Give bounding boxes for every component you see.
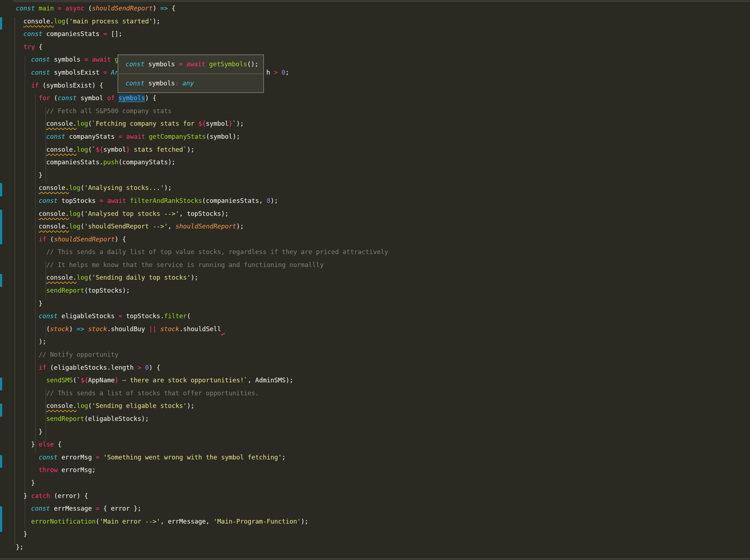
code-line-30[interactable]: sendSMS(`${AppName} – there are stock op… xyxy=(0,374,750,387)
symbol-definition-link[interactable]: symbols xyxy=(119,94,145,102)
code-line-22[interactable]: console.log('Sending daily top stocks'); xyxy=(0,271,750,284)
code-token: || xyxy=(149,325,156,333)
code-line-8[interactable]: for (const symbol of symbols) { xyxy=(0,92,750,105)
code-token: ( xyxy=(46,236,54,243)
code-line-33[interactable]: sendReport(eligableStocks); xyxy=(0,413,750,426)
code-token: .shouldSell xyxy=(179,325,221,333)
code-line-21[interactable]: // It helps me know that the service is … xyxy=(0,259,750,272)
code-line-15[interactable]: console.log('Analysing stocks...'); xyxy=(0,182,750,195)
code-token: = xyxy=(96,505,100,512)
code-line-17[interactable]: console.log('Analysed top stocks -->', t… xyxy=(0,208,750,221)
code-line-34[interactable]: } xyxy=(0,426,750,439)
code-token: ); xyxy=(187,402,194,409)
code-token xyxy=(16,261,46,268)
code-line-19[interactable]: if (shouldSendReport) { xyxy=(0,233,750,246)
code-line-10[interactable]: console.log(`Fetching company stats for … xyxy=(0,117,750,130)
code-token: 'Analysed top stocks -->' xyxy=(84,210,179,217)
code-token xyxy=(111,56,115,63)
code-token xyxy=(16,197,39,204)
code-token xyxy=(16,56,31,63)
code-token xyxy=(16,274,46,281)
code-line-27[interactable]: ); xyxy=(0,335,750,348)
code-line-7[interactable]: if (symbolsExist) { xyxy=(0,79,750,92)
code-line-28[interactable]: // Notify opportunity xyxy=(0,348,750,361)
code-token: ( xyxy=(187,312,191,320)
code-token: if xyxy=(39,236,46,243)
code-token: 'Analysing stocks...' xyxy=(84,184,164,191)
code-line-35[interactable]: } else { xyxy=(0,438,750,451)
code-line-14[interactable]: } xyxy=(0,169,750,182)
code-token xyxy=(16,351,39,358)
code-token: ( xyxy=(88,146,92,153)
code-token: = xyxy=(58,5,62,12)
code-token: // Notify opportunity xyxy=(39,351,118,358)
code-token: any xyxy=(179,80,194,87)
code-token: symbols xyxy=(50,56,84,63)
code-line-3[interactable]: const companiesStats = []; xyxy=(0,28,750,41)
code-line-6[interactable]: const symbolsExist = Arh > 0; xyxy=(0,66,750,79)
code-token: (symbolsExist) { xyxy=(39,82,103,89)
code-editor[interactable]: const main = async (shouldSendReport) =>… xyxy=(0,0,750,560)
code-token: for xyxy=(39,94,50,102)
code-line-32[interactable]: console.log('Sending eligable stocks'); xyxy=(0,400,750,413)
code-token: const xyxy=(39,312,58,320)
code-token: // Fetch all S&P500 company stats xyxy=(46,107,172,115)
code-token: ${ xyxy=(96,146,103,153)
code-token: shouldSendReport xyxy=(92,5,153,12)
code-token: > xyxy=(274,69,278,76)
code-token: ( xyxy=(50,94,58,102)
code-token xyxy=(16,82,31,89)
code-token: symbols xyxy=(145,61,179,68)
code-token: ( xyxy=(88,120,92,127)
code-line-26[interactable]: (stock) => stock.shouldBuy || stock.shou… xyxy=(0,323,750,336)
code-line-12[interactable]: console.log(`${symbol} stats fetched`); xyxy=(0,143,750,156)
code-token: stats fetched` xyxy=(130,146,187,153)
code-line-24[interactable]: } xyxy=(0,297,750,310)
code-line-16[interactable]: const topStocks = await filterAndRankSto… xyxy=(0,195,750,208)
code-line-38[interactable]: } xyxy=(0,477,750,490)
code-line-29[interactable]: if (eligableStocks.length > 0) { xyxy=(0,361,750,374)
code-token xyxy=(107,69,111,76)
code-token: } xyxy=(229,120,233,127)
code-token: try xyxy=(23,43,35,50)
code-line-42[interactable]: } xyxy=(0,528,750,541)
code-line-23[interactable]: sendReport(topStocks); xyxy=(0,284,750,297)
code-line-13[interactable]: companiesStats.push(companyStats); xyxy=(0,156,750,169)
code-token: = xyxy=(96,454,100,461)
code-line-18[interactable]: console.log('shouldSendReport -->', shou… xyxy=(0,220,750,233)
code-token: symbolsExist xyxy=(50,69,103,76)
code-line-25[interactable]: const eligableStocks = topStocks.filter( xyxy=(0,310,750,323)
code-line-9[interactable]: // Fetch all S&P500 company stats xyxy=(0,105,750,118)
code-token: 'main process started' xyxy=(69,18,153,25)
code-token: const xyxy=(31,69,50,76)
code-line-2[interactable]: console.log('main process started'); xyxy=(0,15,750,28)
code-line-37[interactable]: throw errorMsg; xyxy=(0,464,750,477)
code-token: ) { xyxy=(149,364,160,371)
code-content[interactable]: const main = async (shouldSendReport) =>… xyxy=(0,2,750,554)
code-line-41[interactable]: errorNotification('Main error -->', errM… xyxy=(0,515,750,528)
code-token xyxy=(16,146,46,153)
code-token: } xyxy=(16,492,31,499)
code-line-4[interactable]: try { xyxy=(0,41,750,54)
code-token: filter xyxy=(164,312,187,320)
code-token xyxy=(16,312,39,320)
code-line-36[interactable]: const errorMsg = 'Something went wrong w… xyxy=(0,451,750,464)
code-token xyxy=(54,5,58,12)
code-token: sendReport xyxy=(46,415,84,422)
code-line-31[interactable]: // This sends a list of stocks that offe… xyxy=(0,387,750,400)
code-line-39[interactable]: } catch (error) { xyxy=(0,490,750,503)
console-token-with-squiggle: console. xyxy=(46,146,76,153)
code-token xyxy=(61,5,65,12)
code-token xyxy=(16,210,39,217)
code-token: (eligableStocks.length xyxy=(46,364,137,371)
code-line-11[interactable]: const companyStats = await getCompanySta… xyxy=(0,130,750,143)
code-line-5[interactable]: const symbols = await g xyxy=(0,53,750,66)
code-token: } xyxy=(16,479,35,486)
code-token: => xyxy=(160,5,168,12)
code-line-1[interactable]: const main = async (shouldSendReport) =>… xyxy=(0,2,750,15)
code-line-40[interactable]: const errMessage = { error }; xyxy=(0,502,750,515)
code-token: 0 xyxy=(282,69,286,76)
code-token: if xyxy=(39,364,46,371)
code-line-20[interactable]: // This sends a daily list of top value … xyxy=(0,246,750,259)
code-line-43[interactable]: }; xyxy=(0,541,750,554)
